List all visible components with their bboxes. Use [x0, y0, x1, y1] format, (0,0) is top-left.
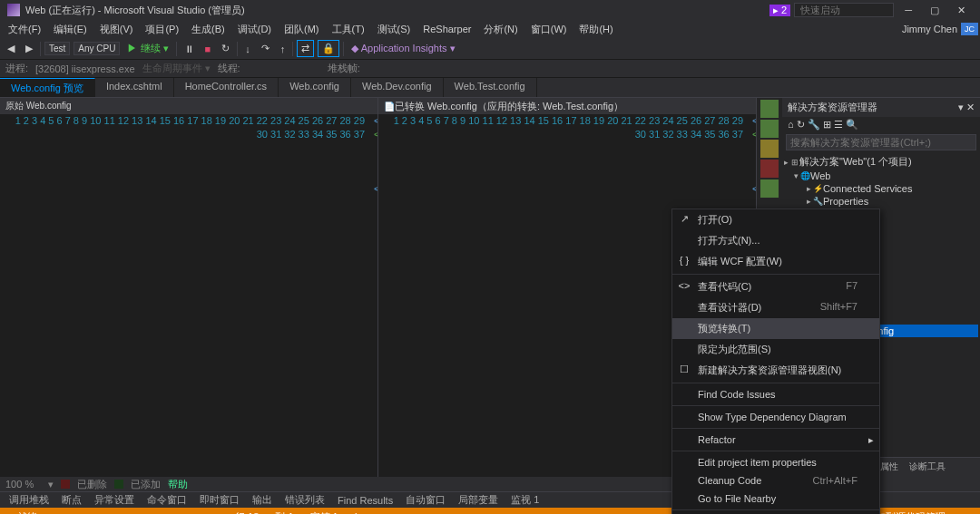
bottom-tab[interactable]: 自动窗口: [400, 492, 451, 508]
process-dropdown[interactable]: [32608] iisexpress.exe: [35, 63, 134, 74]
sidebar-tab-diagnostics[interactable]: 诊断工具: [904, 458, 951, 477]
context-menu-item[interactable]: ↗打开(O): [672, 209, 879, 230]
context-menu-item[interactable]: Find Code Issues: [672, 385, 879, 403]
context-menu-item[interactable]: Edit project item properties: [672, 453, 879, 471]
menu-edit[interactable]: 编辑(E): [47, 21, 93, 38]
context-menu-item[interactable]: ☐新建解决方案资源管理器视图(N): [672, 360, 879, 381]
stack-label: 堆栈帧:: [328, 62, 360, 75]
user-avatar[interactable]: JC: [961, 23, 978, 35]
tab-web-config-preview[interactable]: Web.config 预览: [0, 78, 95, 97]
left-code[interactable]: <?xml version="1.0" encoding="utf-8"?><!…: [370, 114, 377, 477]
left-editor-header: 原始 Web.config: [0, 98, 377, 114]
status-line: 行 18: [235, 510, 259, 515]
lock-icon[interactable]: 🔒: [318, 40, 339, 57]
step-into-icon[interactable]: ↓: [241, 42, 254, 56]
continue-button[interactable]: ▶ 继续 ▾: [123, 40, 172, 57]
stop-icon[interactable]: ■: [201, 42, 215, 56]
menu-project[interactable]: 项目(P): [139, 21, 185, 38]
menu-resharper[interactable]: ReSharper: [416, 22, 477, 36]
menu-window[interactable]: 窗口(W): [524, 21, 573, 38]
quick-launch-input[interactable]: [794, 3, 894, 17]
bottom-tab[interactable]: 命令窗口: [142, 492, 192, 508]
vs-logo-icon: [7, 4, 20, 16]
status-char: 字符 1: [310, 510, 338, 515]
solution-explorer-title: 解决方案资源管理器▾ ✕: [782, 98, 980, 117]
tab-web-config[interactable]: Web.config: [279, 78, 351, 97]
minimize-button[interactable]: ─: [897, 3, 919, 17]
notification-flag-icon[interactable]: ▸ 2: [769, 5, 790, 16]
left-editor-pane: 原始 Web.config 1 2 3 4 5 6 7 8 9 10 11 12…: [0, 98, 378, 477]
solution-toolbar[interactable]: ⌂ ↻ 🔧 ⊞ ☰ 🔍: [782, 117, 980, 132]
tab-home-controller[interactable]: HomeController.cs: [174, 78, 279, 97]
menu-team[interactable]: 团队(M): [278, 21, 326, 38]
bottom-tab[interactable]: 异常设置: [89, 492, 140, 508]
context-menu-item[interactable]: <>查看代码(C)F7: [672, 276, 879, 297]
context-menu-item[interactable]: Cleanup CodeCtrl+Alt+F: [672, 471, 879, 490]
document-tabs: Web.config 预览 Index.cshtml HomeControlle…: [0, 78, 980, 98]
context-menu-item[interactable]: 预览转换(T): [672, 318, 879, 339]
bottom-tab[interactable]: 调用堆栈: [4, 492, 54, 508]
bottom-tab[interactable]: Find Results: [332, 494, 398, 507]
titlebar: Web (正在运行) - Microsoft Visual Studio (管理…: [0, 0, 980, 20]
solution-search-input[interactable]: [786, 134, 976, 150]
context-menu-item[interactable]: Show Type Dependency Diagram: [672, 408, 879, 426]
platform-dropdown[interactable]: Any CPU: [74, 42, 120, 55]
menubar: 文件(F) 编辑(E) 视图(V) 项目(P) 生成(B) 调试(D) 团队(M…: [0, 20, 980, 38]
tab-index-cshtml[interactable]: Index.cshtml: [95, 78, 174, 97]
scale-label: 100 %: [5, 479, 34, 490]
left-gutter: 1 2 3 4 5 6 7 8 9 10 11 12 13 14 15 16 1…: [0, 114, 370, 477]
process-bar: 进程: [32608] iisexpress.exe 生命周期事件 ▾ 线程: …: [0, 60, 980, 78]
maximize-button[interactable]: ▢: [923, 3, 946, 18]
context-menu-item[interactable]: 打开方式(N)...: [672, 230, 879, 251]
user-name[interactable]: Jimmy Chen: [896, 22, 961, 36]
menu-test[interactable]: 测试(S): [371, 21, 417, 38]
bottom-tab[interactable]: 局部变量: [453, 492, 504, 508]
tree-item[interactable]: ▸ 🔧Properties: [784, 195, 978, 208]
restart-icon[interactable]: ↻: [218, 41, 233, 56]
toggle-icon[interactable]: ⇄: [297, 40, 314, 57]
legend-removed: 已删除: [77, 478, 107, 491]
menu-tools[interactable]: 工具(T): [326, 21, 371, 38]
menu-analyze[interactable]: 分析(N): [477, 21, 524, 38]
close-button[interactable]: ✕: [950, 3, 973, 18]
nav-back-icon[interactable]: ◀: [4, 41, 18, 56]
thread-label: 线程:: [218, 62, 240, 75]
menu-view[interactable]: 视图(V): [93, 21, 140, 38]
nav-fwd-icon[interactable]: ▶: [22, 41, 36, 56]
status-ready: ▢ 就绪: [5, 510, 37, 515]
tree-item[interactable]: ▾ 🌐Web: [784, 170, 978, 182]
window-title: Web (正在运行) - Microsoft Visual Studio (管理…: [25, 4, 769, 17]
menu-file[interactable]: 文件(F): [2, 21, 47, 38]
context-menu-item[interactable]: 限定为此范围(S): [672, 339, 879, 360]
menu-debug[interactable]: 调试(D): [231, 21, 278, 38]
bottom-tab[interactable]: 即时窗口: [194, 492, 245, 508]
bottom-tab[interactable]: 断点: [56, 492, 87, 508]
menu-help[interactable]: 帮助(H): [573, 21, 619, 38]
legend-help[interactable]: 帮助: [168, 478, 188, 491]
bottom-tab[interactable]: 输出: [247, 492, 278, 508]
context-menu-item[interactable]: Go to File Nearby: [672, 490, 879, 508]
config-dropdown[interactable]: Test: [44, 42, 70, 55]
toolbar: ◀ ▶ Test Any CPU ▶ 继续 ▾ ⏸ ■ ↻ ↓ ↷ ↑ ⇄ 🔒 …: [0, 38, 980, 60]
lifecycle-dropdown[interactable]: 生命周期事件 ▾: [142, 62, 211, 75]
app-insights-button[interactable]: ◆ Application Insights ▾: [348, 41, 458, 56]
bottom-tab[interactable]: 错误列表: [279, 492, 330, 508]
process-label: 进程:: [5, 62, 28, 75]
tree-item[interactable]: ▸ ⊞解决方案"Web"(1 个项目): [784, 154, 978, 170]
pause-icon[interactable]: ⏸: [181, 42, 198, 56]
bottom-tab[interactable]: 监视 1: [505, 492, 544, 508]
context-menu: ↗打开(O)打开方式(N)...{ }编辑 WCF 配置(W)<>查看代码(C)…: [671, 209, 880, 514]
tab-web-dev-config[interactable]: Web.Dev.config: [351, 78, 444, 97]
step-out-icon[interactable]: ↑: [277, 42, 289, 56]
tree-item[interactable]: ▸ ⚡Connected Services: [784, 182, 978, 195]
context-menu-item[interactable]: 查看设计器(D)Shift+F7: [672, 297, 879, 318]
tab-web-test-config[interactable]: Web.Test.config: [444, 78, 537, 97]
menu-build[interactable]: 生成(B): [185, 21, 231, 38]
context-menu-item[interactable]: Refactor▸: [672, 431, 879, 449]
context-menu-item[interactable]: { }编辑 WCF 配置(W): [672, 251, 879, 272]
status-col: 列 1: [275, 510, 293, 515]
step-over-icon[interactable]: ↷: [258, 41, 273, 56]
legend-added: 已添加: [131, 478, 161, 491]
status-publish-icon[interactable]: ☁: [965, 511, 975, 515]
right-editor-header: 📄 已转换 Web.config（应用的转换: Web.Test.config）: [378, 98, 756, 114]
